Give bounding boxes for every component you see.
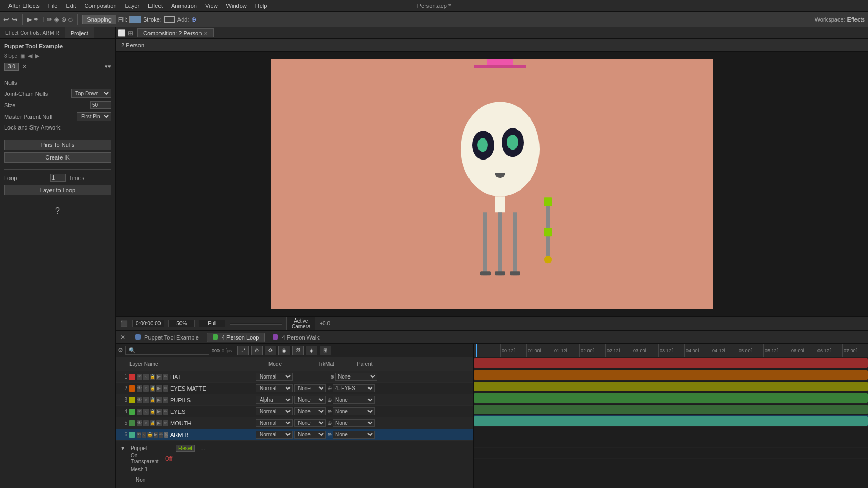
play-stop-icon[interactable]: ⬛ bbox=[120, 320, 128, 327]
layer-row[interactable]: 5 👁 ○ 🔒 ▶ ✏ MOUTH Normal None bbox=[116, 417, 473, 429]
layer-trimat-2[interactable]: None bbox=[294, 384, 326, 392]
joint-chain-select[interactable]: Top Down Bottom Up bbox=[71, 89, 111, 98]
layer-parent-select-5[interactable]: None bbox=[333, 419, 375, 427]
tl-tool-4[interactable]: ◉ bbox=[278, 346, 290, 355]
menu-window[interactable]: Window bbox=[222, 2, 251, 10]
layer-solo-1[interactable]: ○ bbox=[143, 374, 148, 380]
tl-tool-7[interactable]: ⊞ bbox=[320, 346, 331, 355]
layer-parent-select-1[interactable]: None bbox=[335, 373, 377, 381]
layer-parent-select-3[interactable]: None bbox=[333, 396, 375, 404]
menu-effect[interactable]: Effect bbox=[144, 2, 167, 10]
track-bar-1[interactable] bbox=[474, 358, 868, 368]
eraser-tool-icon[interactable]: ◈ bbox=[54, 16, 59, 23]
nav-left-icon[interactable]: ◀ bbox=[28, 53, 32, 59]
layer-row[interactable]: 4 👁 ○ 🔒 ▶ ✏ EYES Normal None bbox=[116, 406, 473, 417]
layer-row[interactable]: 1 👁 ○ 🔒 ▶ ✏ HAT Normal bbox=[116, 371, 473, 383]
menu-composition[interactable]: Composition bbox=[80, 2, 121, 10]
layer-trimat-5[interactable]: None bbox=[294, 419, 326, 427]
tl-tool-2[interactable]: ⊙ bbox=[251, 346, 263, 355]
layer-mode-1[interactable]: Normal bbox=[256, 373, 293, 381]
redo-icon[interactable]: ↪ bbox=[12, 15, 18, 24]
layer-to-loop-button[interactable]: Layer to Loop bbox=[4, 185, 111, 195]
layer-pen-6[interactable]: ✏ bbox=[159, 432, 163, 438]
tl-tab-puppet[interactable]: Puppet Tool Example bbox=[129, 333, 205, 342]
layer-solo-5[interactable]: ○ bbox=[143, 420, 148, 426]
close-version-icon[interactable]: ✕ bbox=[22, 63, 27, 70]
parent-null-select[interactable]: First Pin None bbox=[77, 112, 111, 121]
tl-tool-3[interactable]: ⟳ bbox=[265, 346, 276, 355]
track-bar-5[interactable] bbox=[474, 405, 868, 414]
tab-project[interactable]: Project bbox=[65, 27, 94, 38]
menu-edit[interactable]: Edit bbox=[62, 2, 80, 10]
layer-mode-4[interactable]: Normal bbox=[256, 407, 293, 415]
tl-tool-5[interactable]: ⏱ bbox=[292, 346, 304, 355]
layer-fx-6[interactable]: fx bbox=[164, 432, 168, 438]
layer-lock-5[interactable]: 🔒 bbox=[150, 420, 155, 426]
layer-lock-6[interactable]: 🔒 bbox=[147, 432, 153, 438]
puppet-expand-icon[interactable]: ▼ bbox=[120, 445, 125, 451]
add-icon[interactable]: ⊕ bbox=[191, 16, 196, 23]
layer-row[interactable]: 3 👁 ○ 🔒 ▶ ✏ PUPILS AlphaNormal bbox=[116, 394, 473, 406]
layer-collapse-1[interactable]: ▶ bbox=[156, 374, 162, 380]
layer-visibility-3[interactable]: 👁 bbox=[137, 397, 142, 403]
track-bar-3[interactable] bbox=[474, 382, 868, 391]
size-input[interactable] bbox=[90, 101, 111, 109]
menu-file[interactable]: File bbox=[44, 2, 62, 10]
layer-mode-2[interactable]: Normal bbox=[256, 384, 293, 392]
layer-mode-5[interactable]: Normal bbox=[256, 419, 293, 427]
layer-visibility-4[interactable]: 👁 bbox=[137, 409, 142, 415]
comp-tab-2person[interactable]: Composition: 2 Person ✕ bbox=[137, 28, 214, 37]
layer-pen-1[interactable]: ✏ bbox=[163, 374, 168, 380]
menu-after-effects[interactable]: After Effects bbox=[4, 2, 44, 10]
layer-collapse-2[interactable]: ▶ bbox=[156, 385, 162, 392]
shape-tool-icon[interactable]: ◇ bbox=[68, 16, 73, 23]
tl-tool-1[interactable]: ⇌ bbox=[237, 346, 249, 355]
puppet-tool-icon[interactable]: ⊛ bbox=[61, 16, 66, 23]
layer-visibility-5[interactable]: 👁 bbox=[137, 420, 142, 426]
selection-tool-icon[interactable]: ▶ bbox=[27, 16, 32, 23]
layer-lock-3[interactable]: 🔒 bbox=[150, 397, 155, 403]
timeline-close-icon[interactable]: ✕ bbox=[118, 334, 127, 341]
menu-layer[interactable]: Layer bbox=[121, 2, 144, 10]
snapping-button[interactable]: Snapping bbox=[82, 15, 116, 24]
layer-lock-2[interactable]: 🔒 bbox=[150, 385, 155, 392]
menu-view[interactable]: View bbox=[201, 2, 222, 10]
layer-visibility-2[interactable]: 👁 bbox=[137, 385, 142, 392]
camera-display[interactable] bbox=[230, 323, 282, 325]
layer-collapse-3[interactable]: ▶ bbox=[156, 397, 162, 403]
puppet-reset-button[interactable]: Reset bbox=[176, 445, 195, 452]
layer-lock-1[interactable]: 🔒 bbox=[150, 374, 155, 380]
puppet-pin-arm-mid[interactable] bbox=[544, 228, 552, 236]
playhead[interactable] bbox=[476, 344, 477, 357]
layer-parent-select-6[interactable]: None bbox=[333, 431, 375, 439]
layer-trimat-6[interactable]: None bbox=[294, 431, 326, 439]
stroke-color-swatch[interactable] bbox=[164, 16, 175, 23]
puppet-pin-arm-top[interactable] bbox=[544, 197, 552, 206]
loop-input[interactable] bbox=[50, 174, 66, 182]
timecode-display[interactable]: 0:00:00:00 bbox=[132, 320, 164, 327]
layer-pen-4[interactable]: ✏ bbox=[163, 409, 168, 415]
pen-tool-icon[interactable]: ✒ bbox=[34, 16, 39, 23]
layer-pen-2[interactable]: ✏ bbox=[163, 385, 168, 392]
layer-trimat-4[interactable]: None bbox=[294, 407, 326, 415]
track-bar-2[interactable] bbox=[474, 370, 868, 380]
menu-help[interactable]: Help bbox=[251, 2, 272, 10]
track-bar-4[interactable] bbox=[474, 393, 868, 403]
comp-tab-close-icon[interactable]: ✕ bbox=[204, 31, 208, 36]
zoom-display[interactable]: 50% bbox=[168, 320, 195, 327]
collapse-icon[interactable]: ▾▾ bbox=[105, 63, 111, 70]
view-display[interactable]: Active Camera bbox=[286, 317, 315, 331]
help-button[interactable]: ? bbox=[55, 206, 60, 215]
layer-visibility-6[interactable]: 👁 bbox=[137, 432, 141, 438]
layer-solo-3[interactable]: ○ bbox=[143, 397, 148, 403]
brush-tool-icon[interactable]: ✏ bbox=[47, 16, 52, 23]
layer-visibility-1[interactable]: 👁 bbox=[137, 374, 142, 380]
layer-collapse-5[interactable]: ▶ bbox=[156, 420, 162, 426]
puppet-pin-arm-bottom[interactable] bbox=[544, 256, 552, 263]
track-bar-6[interactable] bbox=[474, 416, 868, 426]
layer-lock-4[interactable]: 🔒 bbox=[150, 409, 155, 415]
layer-pen-5[interactable]: ✏ bbox=[163, 420, 168, 426]
resolution-select[interactable]: Full bbox=[199, 320, 225, 327]
pins-to-nulls-button[interactable]: Pins To Nulls bbox=[4, 140, 111, 150]
layer-collapse-4[interactable]: ▶ bbox=[156, 409, 162, 415]
